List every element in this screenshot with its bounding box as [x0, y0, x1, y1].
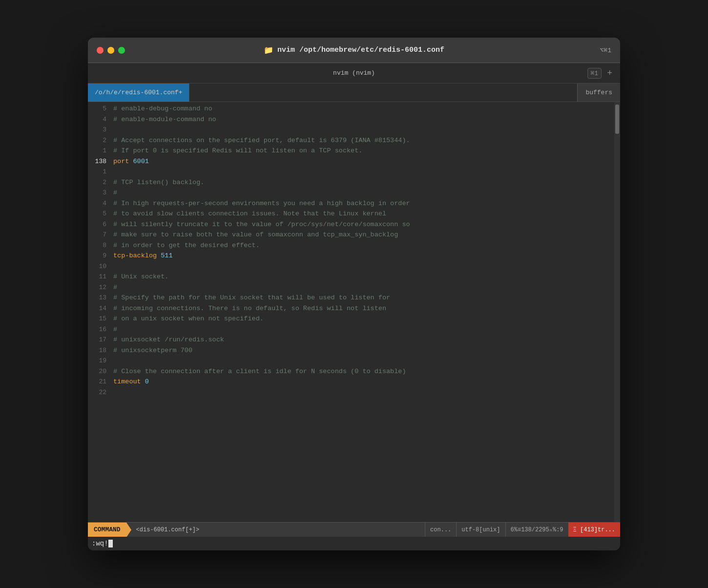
code-line: 3#	[88, 188, 614, 199]
scrollbar-thumb[interactable]	[615, 105, 619, 134]
file-tab-active[interactable]: /o/h/e/redis-6001.conf+	[88, 84, 189, 102]
code-line: 18# unixsocketperm 700	[88, 346, 614, 357]
line-number: 12	[88, 283, 113, 293]
code-line: 4# enable-module-command no	[88, 115, 614, 126]
line-number: 7	[88, 230, 113, 240]
line-number: 11	[88, 272, 113, 282]
line-content: # TCP listen() backlog.	[113, 178, 204, 188]
status-items: con... utf-8[unix] 6%≡138/2295ₙ%:9 Ξ [41…	[425, 523, 620, 537]
buffers-button[interactable]: buffers	[577, 84, 620, 102]
new-tab-button[interactable]: +	[604, 68, 615, 78]
line-number: 6	[88, 220, 113, 230]
line-number: 13	[88, 293, 113, 303]
line-number: 4	[88, 199, 113, 209]
command-input[interactable]: :wq!	[92, 540, 113, 547]
file-tab-label: /o/h/e/redis-6001.conf+	[95, 89, 182, 96]
line-number: 4	[88, 115, 113, 125]
line-number: 20	[88, 367, 113, 377]
window-title: nvim /opt/homebrew/etc/redis-6001.conf	[277, 46, 444, 54]
line-number: 16	[88, 325, 113, 335]
line-number: 3	[88, 188, 113, 198]
line-number: 5	[88, 209, 113, 219]
code-line: 5# to avoid slow clients connection issu…	[88, 209, 614, 220]
line-content: # on a unix socket when not specified.	[113, 314, 264, 324]
line-content: # make sure to raise both the value of s…	[113, 230, 398, 240]
code-line: 16#	[88, 325, 614, 336]
tab-bar-controls: ⌘1 +	[587, 63, 620, 83]
code-line: 2# Accept connections on the specified p…	[88, 136, 614, 147]
line-number: 1	[88, 146, 113, 156]
close-button[interactable]	[97, 47, 104, 54]
code-line: 1# If port 0 is specified Redis will not…	[88, 146, 614, 157]
code-line: 11# Unix socket.	[88, 272, 614, 283]
line-number: 17	[88, 335, 113, 345]
line-content: # enable-module-command no	[113, 115, 216, 125]
code-line: 14# incoming connections. There is no de…	[88, 304, 614, 315]
cursor	[108, 540, 113, 547]
code-line: 1	[88, 167, 614, 178]
status-arrow	[126, 523, 131, 537]
code-line: 9tcp-backlog 511	[88, 251, 614, 262]
status-bar: COMMAND <dis-6001.conf[+]> con... utf-8[…	[88, 522, 620, 537]
file-tab-strip: /o/h/e/redis-6001.conf+ buffers	[88, 84, 620, 102]
scrollbar[interactable]	[614, 102, 620, 522]
line-number: 9	[88, 251, 113, 261]
status-mode: COMMAND	[88, 523, 126, 537]
line-content: # enable-debug-command no	[113, 104, 212, 114]
code-line: 17# unixsocket /run/redis.sock	[88, 335, 614, 346]
code-line: 19	[88, 356, 614, 367]
editor-area: 5# enable-debug-command no4# enable-modu…	[88, 102, 620, 522]
tab-shortcut: ⌘1	[587, 68, 602, 79]
folder-icon: 📁	[264, 45, 273, 55]
line-number: 2	[88, 178, 113, 188]
status-filename: <dis-6001.conf[+]>	[131, 526, 205, 533]
minimize-button[interactable]	[107, 47, 114, 54]
code-line: 7# make sure to raise both the value of …	[88, 230, 614, 241]
line-number: 14	[88, 304, 113, 314]
line-content: port 6001	[113, 157, 149, 167]
line-content: # Unix socket.	[113, 272, 168, 282]
line-number: 2	[88, 136, 113, 146]
command-line: :wq!	[88, 537, 620, 550]
traffic-lights	[97, 47, 125, 54]
code-line: 21timeout 0	[88, 377, 614, 388]
status-encoding: con...	[425, 523, 456, 537]
line-number: 8	[88, 241, 113, 251]
line-number: 3	[88, 125, 113, 135]
line-number: 1	[88, 167, 113, 177]
title-bar-shortcut: ⌥⌘1	[600, 46, 611, 54]
line-content: # incoming connections. There is no defa…	[113, 304, 386, 314]
line-content: tcp-backlog 511	[113, 251, 173, 261]
tab-bar-center: nvim (nvim)	[88, 63, 620, 83]
code-line: 20# Close the connection after a client …	[88, 367, 614, 378]
code-line: 12#	[88, 283, 614, 294]
code-line: 5# enable-debug-command no	[88, 104, 614, 115]
line-content: # will silently truncate it to the value…	[113, 220, 410, 230]
tab-label[interactable]: nvim (nvim)	[333, 69, 375, 77]
line-number: 19	[88, 356, 113, 366]
line-content: # in order to get the desired effect.	[113, 241, 260, 251]
line-content: # In high requests-per-second environmen…	[113, 199, 410, 209]
title-bar: 📁 nvim /opt/homebrew/etc/redis-6001.conf…	[88, 38, 620, 63]
code-line: 13# Specify the path for the Unix socket…	[88, 293, 614, 304]
line-content: # Close the connection after a client is…	[113, 367, 406, 377]
code-line: 3	[88, 125, 614, 136]
line-number: 21	[88, 377, 113, 387]
status-extra: Ξ [413]tr...	[568, 523, 620, 537]
line-number: 22	[88, 388, 113, 398]
line-content: # unixsocket /run/redis.sock	[113, 335, 224, 345]
status-position: 6%≡138/2295ₙ%:9	[505, 523, 568, 537]
code-line: 10	[88, 262, 614, 273]
line-content: # unixsocketperm 700	[113, 346, 192, 356]
code-line: 15# on a unix socket when not specified.	[88, 314, 614, 325]
line-content: #	[113, 188, 117, 198]
code-line: 4# In high requests-per-second environme…	[88, 199, 614, 210]
line-content: timeout 0	[113, 377, 149, 387]
tab-bar: nvim (nvim) ⌘1 +	[88, 63, 620, 84]
code-lines: 5# enable-debug-command no4# enable-modu…	[88, 104, 614, 398]
line-content: # If port 0 is specified Redis will not …	[113, 146, 362, 156]
title-text: 📁 nvim /opt/homebrew/etc/redis-6001.conf	[264, 45, 444, 55]
maximize-button[interactable]	[118, 47, 125, 54]
status-fileformat: utf-8[unix]	[456, 523, 505, 537]
editor-content[interactable]: 5# enable-debug-command no4# enable-modu…	[88, 102, 614, 522]
